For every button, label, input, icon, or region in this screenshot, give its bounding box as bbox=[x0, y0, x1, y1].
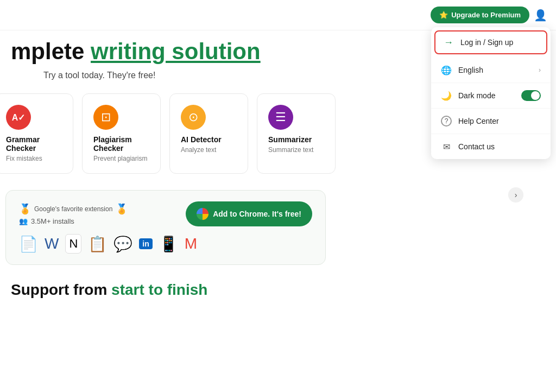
darkmode-toggle[interactable] bbox=[521, 90, 541, 101]
upgrade-label: Upgrade to Premium bbox=[451, 11, 521, 19]
ai-detector-icon: ⊙ bbox=[181, 105, 206, 130]
login-label: Log in / Sign up bbox=[460, 38, 513, 47]
user-icon-button[interactable]: 👤 bbox=[534, 9, 547, 22]
header: ⭐ Upgrade to Premium 👤 bbox=[0, 0, 556, 30]
login-icon: → bbox=[443, 37, 454, 48]
app-icon-word: W bbox=[45, 235, 59, 252]
summarizer-card-desc: Summarize text bbox=[268, 146, 313, 154]
language-label: English bbox=[458, 66, 483, 74]
chrome-banner-left: 🏅 Google's favorite extension 🏅 👥 3.5M+ … bbox=[19, 203, 128, 225]
language-item[interactable]: 🌐 English › bbox=[431, 58, 551, 83]
award-right-icon: 🏅 bbox=[116, 203, 128, 215]
contact-item[interactable]: ✉ Contact us bbox=[431, 134, 551, 159]
app-icon-gmail: M bbox=[185, 235, 197, 252]
summarizer-card[interactable]: ☰ Summarizer Summarize text bbox=[257, 93, 336, 174]
app-icon-docs: 📄 bbox=[19, 235, 38, 253]
app-icon-notion: N bbox=[65, 234, 81, 254]
grammar-checker-card[interactable]: A✓ Grammar Checker Fix mistakes bbox=[0, 93, 73, 174]
dropdown-menu: → Log in / Sign up 🌐 English › 🌙 Dark mo… bbox=[431, 27, 551, 159]
add-to-chrome-button[interactable]: Add to Chrome. It's free! bbox=[186, 201, 312, 226]
chrome-extension-banner: 🏅 Google's favorite extension 🏅 👥 3.5M+ … bbox=[5, 190, 326, 265]
login-signup-item[interactable]: → Log in / Sign up bbox=[434, 30, 547, 54]
tools-next-button[interactable]: › bbox=[508, 187, 523, 203]
support-section: Support from start to finish bbox=[0, 265, 556, 304]
support-title-highlight: start to finish bbox=[111, 281, 207, 298]
darkmode-label: Dark mode bbox=[458, 91, 495, 100]
app-icon-gdocs2: 📋 bbox=[88, 235, 107, 253]
user-icon: 👤 bbox=[534, 9, 547, 21]
chrome-banner-top: 🏅 Google's favorite extension 🏅 👥 3.5M+ … bbox=[19, 201, 312, 226]
google-favorite-text: 🏅 Google's favorite extension 🏅 bbox=[19, 203, 128, 215]
support-title-start: Support from bbox=[11, 281, 111, 298]
award-left-icon: 🏅 bbox=[19, 203, 31, 215]
plagiarism-icon: ⊡ bbox=[93, 105, 118, 130]
app-icon-whatsapp: 📱 bbox=[159, 235, 178, 253]
mail-icon: ✉ bbox=[441, 141, 452, 152]
moon-icon: 🌙 bbox=[441, 90, 452, 101]
globe-icon: 🌐 bbox=[441, 65, 452, 75]
help-icon: ? bbox=[441, 116, 452, 127]
summarizer-card-name: Summarizer bbox=[268, 135, 312, 144]
hero-title-highlight: writing solution bbox=[91, 39, 261, 64]
app-icon-linkedin: in bbox=[139, 238, 152, 249]
summarizer-icon: ☰ bbox=[268, 105, 293, 130]
app-icon-slack: 💬 bbox=[113, 235, 132, 253]
plagiarism-checker-card[interactable]: ⊡ Plagiarism Checker Prevent plagiarism bbox=[82, 93, 161, 174]
grammar-icon: A✓ bbox=[6, 105, 31, 130]
add-chrome-label: Add to Chrome. It's free! bbox=[213, 210, 301, 218]
plagiarism-card-name: Plagiarism Checker bbox=[93, 135, 149, 153]
upgrade-button[interactable]: ⭐ Upgrade to Premium bbox=[431, 7, 529, 23]
contact-label: Contact us bbox=[458, 142, 495, 151]
grammar-card-name: Grammar Checker bbox=[6, 135, 62, 153]
app-icons-row: 📄 W N 📋 💬 in 📱 M bbox=[19, 234, 312, 254]
star-icon: ⭐ bbox=[439, 11, 448, 19]
darkmode-item[interactable]: 🌙 Dark mode bbox=[431, 83, 551, 109]
grammar-card-desc: Fix mistakes bbox=[6, 155, 42, 162]
ai-detector-card-name: AI Detector bbox=[181, 135, 222, 144]
install-count: 👥 3.5M+ installs bbox=[19, 217, 128, 225]
plagiarism-card-desc: Prevent plagiarism bbox=[93, 155, 147, 162]
ai-detector-card[interactable]: ⊙ AI Detector Analyze text bbox=[169, 93, 248, 174]
hero-title-start: mplete bbox=[11, 39, 91, 64]
helpcenter-item[interactable]: ? Help Center bbox=[431, 109, 551, 134]
chevron-right-icon: › bbox=[539, 66, 541, 74]
support-title: Support from start to finish bbox=[11, 281, 545, 299]
helpcenter-label: Help Center bbox=[458, 117, 499, 125]
chrome-logo-icon bbox=[197, 208, 208, 220]
people-icon: 👥 bbox=[19, 217, 28, 225]
ai-detector-card-desc: Analyze text bbox=[181, 146, 216, 154]
